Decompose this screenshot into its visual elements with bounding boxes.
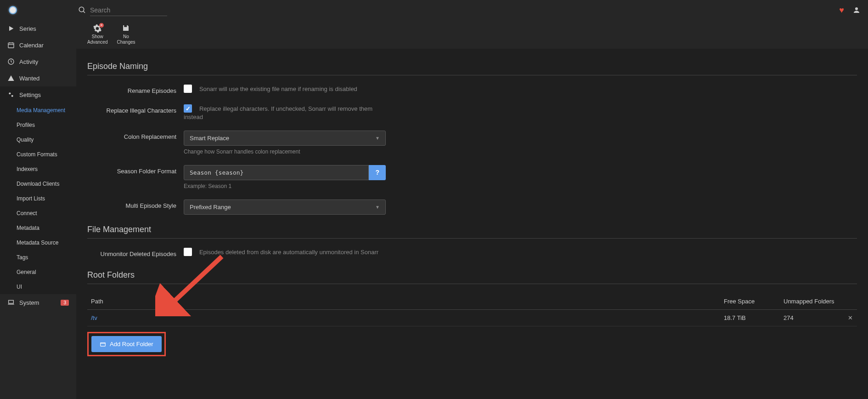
label-unmonitor-deleted: Unmonitor Deleted Episodes — [87, 248, 184, 257]
sidebar-item-settings[interactable]: Settings — [0, 86, 76, 103]
label-colon-replacement: Colon Replacement — [87, 131, 184, 140]
hint-text: Change how Sonarr handles colon replacem… — [184, 148, 386, 155]
sidebar-sub-quality[interactable]: Quality — [0, 132, 76, 147]
checkbox-unmonitor-deleted[interactable] — [184, 248, 192, 256]
root-folders-table: Path Free Space Unmapped Folders /tv 18.… — [87, 293, 857, 326]
svg-point-2 — [855, 7, 858, 10]
select-value: Prefixed Range — [190, 204, 231, 211]
sidebar-sub-indexers[interactable]: Indexers — [0, 162, 76, 177]
toolbar-label: No Changes — [117, 34, 135, 45]
sidebar-item-system[interactable]: System 3 — [0, 294, 76, 311]
help-text: Sonarr will use the existing file name i… — [199, 86, 357, 92]
help-text: Replace illegal characters. If unchecked… — [184, 105, 372, 120]
svg-rect-3 — [8, 43, 14, 48]
sidebar-sub-tags[interactable]: Tags — [0, 250, 76, 265]
play-icon — [7, 25, 15, 32]
clock-icon — [7, 58, 15, 65]
caret-down-icon: ▼ — [375, 136, 380, 141]
add-root-folder-button[interactable]: Add Root Folder — [91, 336, 162, 352]
column-header-path: Path — [87, 298, 724, 305]
sidebar-sub-import-lists[interactable]: Import Lists — [0, 191, 76, 206]
sidebar-item-calendar[interactable]: Calendar — [0, 37, 76, 53]
column-header-free-space: Free Space — [724, 298, 783, 305]
save-icon — [122, 24, 130, 32]
label-rename-episodes: Rename Episodes — [87, 85, 184, 94]
sidebar-sub-metadata[interactable]: Metadata — [0, 221, 76, 235]
input-season-folder-format[interactable] — [184, 165, 369, 180]
sidebar-sub-general[interactable]: General — [0, 265, 76, 279]
section-title-episode-naming: Episode Naming — [87, 62, 857, 75]
sidebar-sub-ui[interactable]: UI — [0, 279, 76, 294]
search-icon — [78, 6, 86, 14]
help-text: Episodes deleted from disk are automatic… — [199, 249, 378, 256]
sidebar-sub-profiles[interactable]: Profiles — [0, 118, 76, 132]
sidebar-sub-metadata-source[interactable]: Metadata Source — [0, 235, 76, 250]
sidebar-sub-custom-formats[interactable]: Custom Formats — [0, 147, 76, 162]
select-value: Smart Replace — [190, 135, 229, 142]
sidebar-label: Series — [19, 25, 36, 32]
select-multi-episode-style[interactable]: Prefixed Range ▼ — [184, 200, 386, 215]
show-advanced-button[interactable]: ✕ Show Advanced — [87, 24, 107, 45]
root-folder-path-link[interactable]: /tv — [91, 314, 97, 321]
sidebar-sub-media-management[interactable]: Media Management — [0, 103, 76, 118]
system-badge: 3 — [61, 300, 69, 306]
sidebar-label: Settings — [19, 91, 41, 98]
user-icon[interactable] — [852, 6, 861, 14]
warning-icon — [7, 74, 15, 82]
label-season-folder-format: Season Folder Format — [87, 165, 184, 175]
svg-line-1 — [83, 11, 85, 13]
sidebar-item-wanted[interactable]: Wanted — [0, 70, 76, 86]
table-row: /tv 18.7 TiB 274 ✕ — [87, 310, 857, 326]
app-logo[interactable] — [7, 5, 18, 16]
button-label: Add Root Folder — [110, 341, 153, 348]
hint-text: Example: Season 1 — [184, 183, 386, 189]
sidebar-label: Wanted — [19, 75, 39, 82]
svg-rect-12 — [101, 342, 106, 346]
section-title-root-folders: Root Folders — [87, 270, 857, 284]
select-colon-replacement[interactable]: Smart Replace ▼ — [184, 131, 386, 146]
sidebar-item-series[interactable]: Series — [0, 20, 76, 37]
root-folder-free: 18.7 TiB — [724, 314, 783, 321]
label-multi-episode-style: Multi Episode Style — [87, 200, 184, 209]
svg-rect-10 — [9, 300, 14, 303]
folder-icon — [100, 341, 106, 348]
help-button[interactable]: ? — [369, 165, 386, 180]
sidebar-label: System — [19, 299, 39, 306]
label-replace-illegal: Replace Illegal Characters — [87, 104, 184, 114]
donate-icon[interactable]: ♥ — [839, 6, 844, 15]
svg-point-0 — [79, 7, 84, 12]
sidebar-label: Activity — [19, 58, 38, 65]
section-title-file-management: File Management — [87, 225, 857, 239]
sidebar-sub-connect[interactable]: Connect — [0, 206, 76, 221]
laptop-icon — [7, 299, 15, 306]
caret-down-icon: ▼ — [375, 205, 380, 210]
sidebar-label: Calendar — [19, 42, 44, 49]
svg-point-9 — [11, 95, 13, 97]
checkbox-rename-episodes[interactable] — [184, 85, 192, 93]
search-input[interactable] — [90, 5, 167, 16]
root-folder-unmapped: 274 — [783, 314, 843, 321]
sidebar-item-activity[interactable]: Activity — [0, 53, 76, 70]
gears-icon — [7, 91, 15, 98]
calendar-icon — [7, 41, 15, 49]
annotation-highlight: Add Root Folder — [87, 332, 166, 356]
svg-point-8 — [9, 92, 11, 94]
checkbox-replace-illegal[interactable] — [184, 104, 192, 113]
column-header-unmapped: Unmapped Folders — [783, 298, 843, 305]
toolbar-label: Show Advanced — [87, 34, 107, 45]
sidebar-sub-download-clients[interactable]: Download Clients — [0, 177, 76, 191]
advanced-badge-icon: ✕ — [99, 23, 104, 28]
sidebar: Series Calendar Activity Wanted Settings… — [0, 20, 76, 399]
save-changes-button[interactable]: No Changes — [117, 24, 135, 45]
delete-root-folder-button[interactable]: ✕ — [843, 314, 857, 321]
